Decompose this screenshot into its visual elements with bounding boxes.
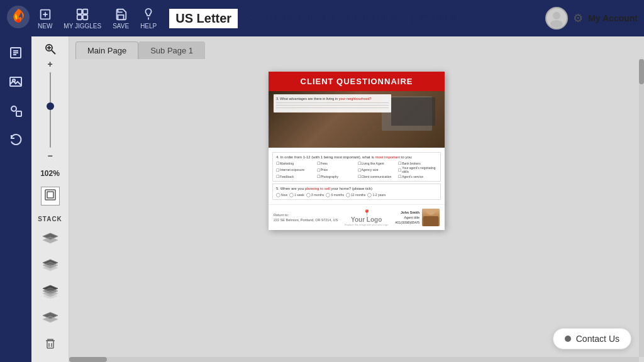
nav-get-listings[interactable]: GET LISTINGS, NEW — [247, 14, 326, 23]
svg-rect-6 — [83, 9, 87, 13]
contact-dot-icon — [565, 336, 571, 342]
hscrollbar-thumb[interactable] — [69, 357, 107, 362]
doc-footer: Return to: 222 SE Belmont, Portland, OR … — [269, 204, 445, 230]
sidebar — [0, 36, 31, 362]
zoom-controls: + − — [44, 43, 57, 160]
svg-rect-25 — [47, 192, 53, 198]
help-button[interactable]: HELP — [140, 8, 157, 30]
gear-icon[interactable]: ⚙ — [573, 11, 583, 25]
nav-client-listing[interactable]: CLIENT LISTING — [341, 14, 405, 23]
new-button[interactable]: NEW — [38, 8, 52, 30]
stack-label: STACK — [38, 216, 62, 222]
document-page: CLIENT QUESTIONNAIRE 3. What advantages … — [269, 72, 445, 230]
canvas-area: Main Page Sub Page 1 CLIENT QUESTIONNAIR… — [69, 36, 644, 362]
zoom-slider[interactable] — [50, 72, 51, 148]
doc-background-image: 3. What advantages are there in living i… — [269, 91, 445, 148]
svg-rect-7 — [77, 14, 82, 19]
delete-layer-button[interactable] — [43, 337, 57, 354]
zoom-minus-button[interactable]: − — [47, 151, 52, 160]
svg-rect-5 — [77, 9, 82, 13]
scrollbar-thumb[interactable] — [639, 59, 644, 84]
toolbar-actions: NEW MY JIGGLES SAVE HELP — [38, 8, 157, 30]
doc-return-address: Return to: 222 SE Belmont, Portland, OR … — [274, 212, 338, 223]
main-area: + − 102% STACK — [0, 36, 644, 362]
layer-4-button[interactable] — [40, 308, 60, 328]
account-label[interactable]: My Account — [588, 13, 638, 23]
toolbar-center: US Letter GET LISTINGS, NEW | CLIENT LIS… — [157, 9, 545, 28]
sidebar-text-icon[interactable] — [7, 44, 25, 62]
svg-point-11 — [550, 20, 563, 28]
doc-agent-info: John Smith Agent title #01(0098)654/5 — [395, 210, 419, 226]
contact-us-button[interactable]: Contact Us — [553, 328, 631, 349]
nav-sep2: | — [411, 14, 414, 23]
doc-logo-area: 📍 Your Logo Replace this image with your… — [345, 209, 389, 226]
doc-q4-section: 4. In order from 1-12 (with 1 being most… — [272, 152, 441, 182]
layer-1-button[interactable] — [40, 229, 60, 249]
sidebar-image-icon[interactable] — [7, 73, 25, 90]
tools-panel: + − 102% STACK — [31, 36, 69, 362]
avatar — [545, 7, 568, 30]
save-button[interactable]: SAVE — [113, 8, 129, 30]
page-tabs: Main Page Sub Page 1 — [69, 36, 644, 59]
page-canvas[interactable]: CLIENT QUESTIONNAIRE 3. What advantages … — [69, 59, 644, 362]
tab-sub-page-1[interactable]: Sub Page 1 — [138, 41, 205, 59]
sidebar-shapes-icon[interactable] — [7, 102, 25, 119]
svg-point-10 — [553, 12, 560, 19]
doc-q5-section: 5. When are you planning to sell your ho… — [272, 184, 441, 200]
canvas-vertical-scrollbar[interactable] — [639, 59, 644, 357]
fit-to-screen-button[interactable] — [41, 187, 60, 206]
sidebar-undo-icon[interactable] — [7, 131, 25, 148]
svg-point-18 — [11, 106, 16, 111]
layer-2-button[interactable] — [40, 255, 60, 275]
doc-agent-photo — [422, 209, 440, 226]
nav-sep1: | — [333, 14, 335, 23]
svg-rect-37 — [47, 341, 53, 348]
tab-main-page[interactable]: Main Page — [75, 41, 138, 59]
doc-header: CLIENT QUESTIONNAIRE — [269, 72, 445, 91]
app-logo[interactable] — [6, 5, 30, 31]
doc-title: US Letter — [169, 9, 238, 28]
my-jiggles-button[interactable]: MY JIGGLES — [64, 8, 101, 30]
svg-point-1 — [16, 19, 20, 23]
zoom-search-icon[interactable] — [44, 43, 57, 58]
svg-line-21 — [52, 50, 55, 54]
svg-rect-8 — [83, 14, 87, 19]
zoom-percent-label: 102% — [40, 169, 60, 178]
svg-marker-27 — [43, 237, 58, 243]
doc-content: 4. In order from 1-12 (with 1 being most… — [269, 148, 445, 204]
toolbar: NEW MY JIGGLES SAVE HELP — [0, 0, 644, 36]
layer-3-button[interactable] — [40, 282, 60, 302]
canvas-horizontal-scrollbar[interactable] — [69, 357, 639, 362]
zoom-plus-button[interactable]: + — [47, 60, 52, 69]
toolbar-right: ⚙ My Account — [545, 7, 638, 30]
svg-marker-36 — [43, 316, 58, 322]
doc-nav: GET LISTINGS, NEW | CLIENT LISTING | PRE… — [247, 14, 457, 23]
nav-premium[interactable]: PREMIUM — [419, 14, 457, 23]
svg-rect-19 — [16, 111, 21, 116]
